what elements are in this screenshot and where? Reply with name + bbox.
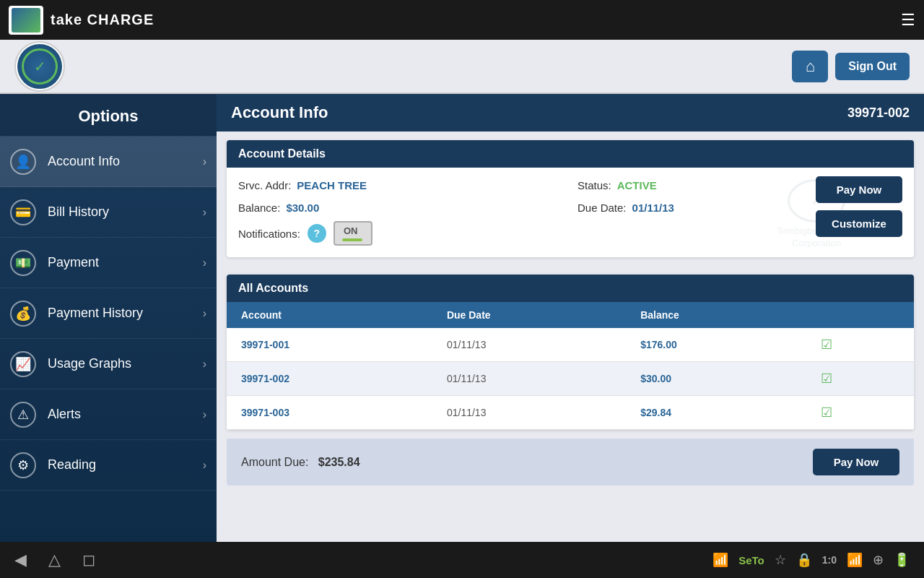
sidebar-title: Options — [0, 94, 217, 137]
usage-graphs-icon: 📈 — [10, 351, 36, 377]
bill-history-icon: 💳 — [10, 199, 36, 225]
sidebar-item-payment[interactable]: 💵 Payment › — [0, 238, 217, 288]
balance-row: Balance: $30.00 — [238, 202, 563, 214]
chevron-icon-4: › — [203, 358, 206, 371]
all-accounts-card: All Accounts Account Due Date Balance — [227, 275, 914, 430]
srvc-addr-label: Srvc. Addr: — [238, 179, 291, 191]
account-cell-2: 39971-003 — [227, 396, 432, 430]
all-accounts-body: Account Due Date Balance 39971-001 01/11… — [227, 302, 914, 430]
chevron-icon-0: › — [203, 155, 206, 168]
col-balance: Balance — [626, 302, 806, 328]
bottom-bar: ◀ △ ◻ 📶 SeTo ☆ 🔒 1:0 📶 ⊕ 🔋 — [0, 542, 924, 578]
signal-icon-2: 📶 — [847, 552, 863, 568]
col-action — [806, 302, 914, 328]
status-value: ACTIVE — [617, 179, 657, 191]
due-date-label: Due Date: — [578, 202, 627, 214]
pay-now-footer-button[interactable]: Pay Now — [813, 449, 899, 475]
back-icon[interactable]: ◀ — [14, 551, 27, 569]
sidebar-item-reading[interactable]: ⚙ Reading › — [0, 440, 217, 491]
content-title: Account Info — [231, 103, 328, 122]
time-display: 1:0 — [822, 554, 837, 566]
amount-due-value: $235.84 — [318, 456, 360, 468]
sidebar-item-bill-history[interactable]: 💳 Bill History › — [0, 187, 217, 238]
sidebar-label-account-info: Account Info — [48, 154, 120, 169]
checkbox-cell-1: ☑ — [806, 362, 914, 396]
chevron-icon-6: › — [203, 459, 206, 472]
srvc-addr-value: PEACH TREE — [297, 179, 367, 191]
chevron-icon-2: › — [203, 256, 206, 269]
checkbox-icon-1[interactable]: ☑ — [821, 371, 832, 386]
help-icon[interactable]: ? — [308, 224, 326, 243]
payment-icon: 💵 — [10, 250, 36, 276]
date-cell-2: 01/11/13 — [432, 396, 626, 430]
account-cell-0: 39971-001 — [227, 328, 432, 362]
checkbox-cell-2: ☑ — [806, 396, 914, 430]
all-accounts-header: All Accounts — [227, 275, 914, 302]
srvc-addr-row: Srvc. Addr: PEACH TREE — [238, 179, 563, 191]
lock-icon: 🔒 — [796, 552, 812, 568]
account-details-card: Account Details Srvc. Addr: PEACH TREE B… — [227, 140, 914, 257]
table-body: 39971-001 01/11/13 $176.00 ☑ 39971-002 0… — [227, 328, 914, 430]
top-bar-left: take CHARGE — [9, 6, 154, 35]
customize-button[interactable]: Customize — [816, 210, 902, 237]
battery-icon: 🔋 — [894, 552, 910, 568]
balance-label: Balance: — [238, 202, 280, 214]
sidebar-item-payment-history[interactable]: 💰 Payment History › — [0, 288, 217, 339]
wifi-icon: ⊕ — [873, 552, 884, 568]
sidebar-item-alerts[interactable]: ⚠ Alerts › — [0, 389, 217, 440]
logo-area: ✓ — [14, 41, 65, 92]
sidebar-label-alerts: Alerts — [48, 407, 81, 422]
col-due-date: Due Date — [432, 302, 626, 328]
balance-cell-0: $176.00 — [626, 328, 806, 362]
sim-icon: SeTo — [738, 554, 764, 566]
header-buttons: ⌂ Sign Out — [792, 51, 910, 82]
amount-due-label: Amount Due: — [241, 456, 308, 468]
recents-icon[interactable]: ◻ — [82, 551, 95, 569]
chevron-icon-3: › — [203, 307, 206, 320]
payment-history-icon: 💰 — [10, 301, 36, 327]
table-head: Account Due Date Balance — [227, 302, 914, 328]
checkbox-icon-0[interactable]: ☑ — [821, 337, 832, 352]
table-row-2[interactable]: 39971-003 01/11/13 $29.84 ☑ — [227, 396, 914, 430]
account-details-grid: Srvc. Addr: PEACH TREE Balance: $30.00 N… — [238, 179, 902, 246]
app-logo — [9, 6, 43, 35]
home-nav-icon[interactable]: △ — [48, 551, 61, 569]
content-header: Account Info 39971-002 — [217, 94, 924, 131]
company-logo: ✓ — [14, 41, 65, 92]
content-area: Account Info 39971-002 Account Details S… — [217, 94, 924, 578]
table-row-0[interactable]: 39971-001 01/11/13 $176.00 ☑ — [227, 328, 914, 362]
status-label: Status: — [578, 179, 611, 191]
header-area: ✓ ⌂ Sign Out — [0, 40, 924, 94]
balance-value: $30.00 — [286, 202, 319, 214]
pay-now-button[interactable]: Pay Now — [816, 176, 902, 203]
account-link-0[interactable]: 39971-001 — [241, 339, 289, 350]
checkbox-icon-2[interactable]: ☑ — [821, 405, 832, 420]
sidebar-label-reading: Reading — [48, 457, 96, 473]
signal-icon: 📶 — [712, 552, 728, 568]
top-bar: take CHARGE ☰ — [0, 0, 924, 40]
home-button[interactable]: ⌂ — [792, 51, 828, 82]
sidebar-item-account-info[interactable]: 👤 Account Info › — [0, 137, 217, 187]
account-info-icon: 👤 — [10, 149, 36, 175]
sidebar-item-usage-graphs[interactable]: 📈 Usage Graphs › — [0, 339, 217, 389]
accounts-table: Account Due Date Balance 39971-001 01/11… — [227, 302, 914, 430]
toggle-indicator — [342, 238, 362, 241]
sidebar-label-usage-graphs: Usage Graphs — [48, 356, 131, 371]
main-layout: Options 👤 Account Info › 💳 Bill History … — [0, 94, 924, 578]
bottom-left-icons: ◀ △ ◻ — [14, 551, 95, 569]
date-cell-0: 01/11/13 — [432, 328, 626, 362]
balance-cell-2: $29.84 — [626, 396, 806, 430]
account-details-header: Account Details — [227, 140, 914, 168]
logo-inner: ✓ — [17, 44, 62, 89]
account-link-2[interactable]: 39971-003 — [241, 407, 289, 418]
alerts-icon: ⚠ — [10, 402, 36, 428]
app-logo-inner — [12, 8, 40, 33]
table-row-1[interactable]: 39971-002 01/11/13 $30.00 ☑ — [227, 362, 914, 396]
hamburger-icon[interactable]: ☰ — [901, 11, 915, 30]
notifications-toggle[interactable]: ON — [334, 221, 372, 246]
bottom-right-icons: 📶 SeTo ☆ 🔒 1:0 📶 ⊕ 🔋 — [712, 552, 910, 568]
balance-cell-1: $30.00 — [626, 362, 806, 396]
content-account-number: 39971-002 — [847, 105, 910, 121]
account-link-1[interactable]: 39971-002 — [241, 373, 289, 384]
signout-button[interactable]: Sign Out — [835, 53, 910, 80]
